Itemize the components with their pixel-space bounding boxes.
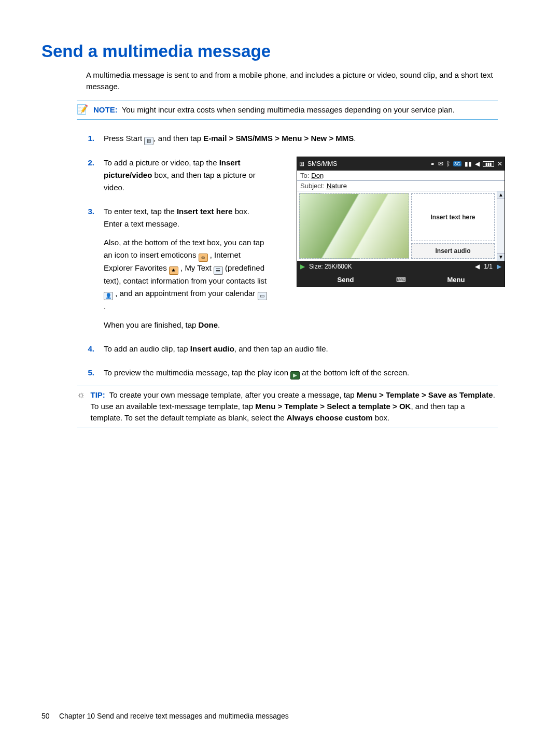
step-5: 5. To preview the multimedia message, ta… xyxy=(86,367,498,379)
chapter-title: Chapter 10 Send and receive text message… xyxy=(59,712,289,720)
page-footer: 50 Chapter 10 Send and receive text mess… xyxy=(41,712,289,720)
tip-text: box. xyxy=(373,413,390,422)
scrollbar[interactable]: ▲ ▼ xyxy=(497,191,505,261)
step-text: Press Start xyxy=(104,134,144,143)
subject-field[interactable]: Subject:Nature xyxy=(297,181,505,191)
note-text: You might incur extra costs when sending… xyxy=(122,105,455,114)
note-icon: 📝 xyxy=(77,104,88,116)
calendar-icon: ▭ xyxy=(258,292,267,300)
keyboard-icon[interactable]: ⌨ xyxy=(394,276,408,284)
scroll-down-icon[interactable]: ▼ xyxy=(497,253,505,261)
close-icon[interactable]: ✕ xyxy=(497,160,502,167)
step-number: 3. xyxy=(86,205,94,331)
tip-callout: ☼ TIP:To create your own message templat… xyxy=(77,386,498,428)
step-text: at the bottom left of the screen. xyxy=(300,368,409,377)
scroll-up-icon[interactable]: ▲ xyxy=(497,191,505,199)
prev-page-icon[interactable]: ◀ xyxy=(475,263,480,270)
network-3g-icon: 3G xyxy=(453,161,461,166)
step-number: 2. xyxy=(86,157,94,194)
step-text: . xyxy=(104,302,106,311)
tip-label: TIP: xyxy=(91,390,109,399)
page-title: Send a multimedia message xyxy=(41,41,519,61)
battery-icon: ▮▮▮ xyxy=(483,161,494,167)
pager-text: 1/1 xyxy=(484,263,493,270)
tip-icon: ☼ xyxy=(77,389,86,401)
step-text: , and then tap xyxy=(153,134,203,143)
favorites-icon: ★ xyxy=(169,266,178,275)
tip-bold: Always choose custom xyxy=(287,413,373,422)
tip-bold: Menu > Template > Save as Template xyxy=(357,390,493,399)
note-callout: 📝 NOTE:You might incur extra costs when … xyxy=(77,101,498,120)
step-text: , and then tap an audio file. xyxy=(234,344,328,353)
step-text: To add an audio clip, tap xyxy=(104,344,190,353)
emoticon-icon: ☺ xyxy=(199,254,208,262)
signal-icon: ▮▮ xyxy=(465,160,472,167)
step-1: 1. Press Start ⊞, and then tap E-mail > … xyxy=(86,132,498,145)
picture-video-box[interactable] xyxy=(299,193,409,259)
bluetooth-icon: ᛒ xyxy=(446,160,450,167)
mytext-icon: ☰ xyxy=(214,266,223,275)
step-number: 1. xyxy=(86,132,94,145)
screenshot-title: SMS/MMS xyxy=(307,160,337,167)
tip-text: To create your own message template, aft… xyxy=(109,390,357,399)
menu-button[interactable]: Menu xyxy=(408,276,505,284)
step-bold: Done xyxy=(199,320,218,329)
note-label: NOTE: xyxy=(93,105,122,114)
voicemail-icon: ⚭ xyxy=(430,160,435,167)
page-number: 50 xyxy=(41,712,57,720)
step-text: , My Text xyxy=(178,263,214,272)
step-2: 2. To add a picture or video, tap the In… xyxy=(86,157,283,194)
insert-text-box[interactable]: Insert text here xyxy=(411,193,495,241)
step-number: 5. xyxy=(86,367,94,379)
play-icon[interactable]: ▶ xyxy=(300,263,305,270)
mail-icon: ✉ xyxy=(438,160,443,167)
volume-icon: ◀ xyxy=(475,160,480,167)
windows-flag-icon: ⊞ xyxy=(299,160,304,167)
step-path: E-mail > SMS/MMS > Menu > New > MMS xyxy=(203,134,354,143)
step-bold: Insert text here xyxy=(177,207,233,216)
play-icon: ▶ xyxy=(290,371,300,379)
step-4: 4. To add an audio clip, tap Insert audi… xyxy=(86,343,498,355)
next-page-icon[interactable]: ▶ xyxy=(497,263,501,270)
step-text: , and an appointment from your calendar xyxy=(113,289,258,298)
insert-audio-box[interactable]: Insert audio xyxy=(411,243,495,259)
intro-text: A multimedia message is sent to and from… xyxy=(86,69,498,92)
size-text: Size: 25K/600K xyxy=(309,263,352,270)
to-field[interactable]: To:Don xyxy=(297,171,505,181)
step-3: 3. To enter text, tap the Insert text he… xyxy=(86,205,283,331)
contacts-icon: 👤 xyxy=(104,292,113,300)
step-text: . xyxy=(354,134,356,143)
step-text: To add a picture or video, tap the xyxy=(104,158,219,167)
step-text: To enter text, tap the xyxy=(104,207,177,216)
step-number: 4. xyxy=(86,343,94,355)
start-icon: ⊞ xyxy=(144,137,153,145)
mms-screenshot: ⊞ SMS/MMS ⚭ ✉ ᛒ 3G ▮▮ ◀ ▮▮▮ ✕ To:Don xyxy=(297,157,505,287)
to-label: To: xyxy=(300,172,311,179)
subject-value: Nature xyxy=(327,182,347,190)
to-value: Don xyxy=(311,172,324,179)
tip-bold: Menu > Template > Select a template > OK xyxy=(255,402,411,411)
send-button[interactable]: Send xyxy=(297,276,394,284)
step-bold: Insert audio xyxy=(190,344,234,353)
step-text: When you are finished, tap xyxy=(104,320,199,329)
step-text: To preview the multimedia message, tap t… xyxy=(104,368,290,377)
step-text: . xyxy=(218,320,220,329)
subject-label: Subject: xyxy=(300,182,327,190)
